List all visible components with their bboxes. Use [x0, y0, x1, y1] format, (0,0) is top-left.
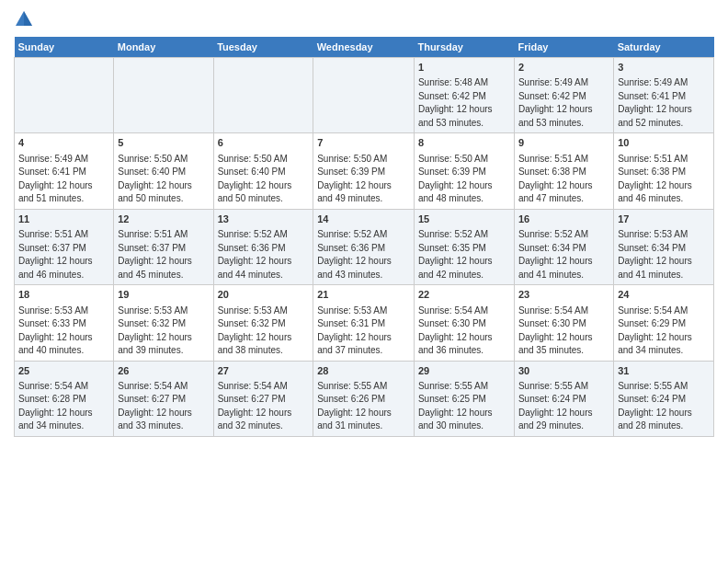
day-content: Sunrise: 5:54 AM Sunset: 6:30 PM Dayligh…: [418, 304, 510, 358]
day-content: Sunrise: 5:54 AM Sunset: 6:27 PM Dayligh…: [218, 380, 310, 433]
week-row-2: 4Sunrise: 5:49 AM Sunset: 6:41 PM Daylig…: [15, 133, 714, 209]
day-number: 7: [317, 136, 410, 150]
day-content: Sunrise: 5:51 AM Sunset: 6:37 PM Dayligh…: [118, 228, 209, 282]
calendar-cell: 26Sunrise: 5:54 AM Sunset: 6:27 PM Dayli…: [114, 361, 213, 436]
day-number: 1: [418, 61, 510, 75]
day-number: 13: [218, 213, 310, 226]
day-content: Sunrise: 5:54 AM Sunset: 6:29 PM Dayligh…: [618, 304, 710, 358]
day-number: 19: [118, 288, 209, 302]
calendar-cell: 29Sunrise: 5:55 AM Sunset: 6:25 PM Dayli…: [414, 361, 514, 436]
calendar-cell: 12Sunrise: 5:51 AM Sunset: 6:37 PM Dayli…: [114, 209, 213, 284]
day-content: Sunrise: 5:49 AM Sunset: 6:41 PM Dayligh…: [18, 153, 109, 206]
header-row: SundayMondayTuesdayWednesdayThursdayFrid…: [15, 37, 714, 58]
col-header-sunday: Sunday: [15, 37, 114, 58]
day-number: 25: [18, 364, 109, 378]
week-row-5: 25Sunrise: 5:54 AM Sunset: 6:28 PM Dayli…: [15, 361, 714, 436]
day-number: 29: [418, 364, 510, 378]
logo: [14, 9, 38, 29]
day-content: Sunrise: 5:53 AM Sunset: 6:32 PM Dayligh…: [118, 304, 209, 358]
calendar-cell: [213, 58, 313, 133]
day-content: Sunrise: 5:48 AM Sunset: 6:42 PM Dayligh…: [418, 76, 510, 130]
day-content: Sunrise: 5:54 AM Sunset: 6:28 PM Dayligh…: [18, 380, 109, 433]
day-number: 15: [418, 213, 510, 226]
day-number: 27: [218, 364, 310, 378]
header: [14, 9, 714, 29]
day-content: Sunrise: 5:55 AM Sunset: 6:26 PM Dayligh…: [317, 380, 410, 433]
day-content: Sunrise: 5:52 AM Sunset: 6:36 PM Dayligh…: [317, 228, 410, 282]
day-number: 20: [218, 288, 310, 302]
calendar-cell: 22Sunrise: 5:54 AM Sunset: 6:30 PM Dayli…: [414, 285, 514, 361]
day-content: Sunrise: 5:55 AM Sunset: 6:24 PM Dayligh…: [518, 380, 609, 433]
week-row-4: 18Sunrise: 5:53 AM Sunset: 6:33 PM Dayli…: [15, 285, 714, 361]
page-container: SundayMondayTuesdayWednesdayThursdayFrid…: [0, 0, 728, 446]
day-number: 23: [518, 288, 609, 302]
day-number: 5: [118, 136, 209, 150]
day-content: Sunrise: 5:52 AM Sunset: 6:36 PM Dayligh…: [218, 228, 310, 282]
day-number: 11: [18, 213, 109, 226]
col-header-saturday: Saturday: [614, 37, 714, 58]
calendar-cell: 17Sunrise: 5:53 AM Sunset: 6:34 PM Dayli…: [614, 209, 714, 284]
col-header-thursday: Thursday: [414, 37, 514, 58]
day-number: 12: [118, 213, 209, 226]
svg-marker-1: [24, 11, 32, 26]
calendar-cell: [114, 58, 213, 133]
day-number: 31: [618, 364, 710, 378]
day-content: Sunrise: 5:54 AM Sunset: 6:27 PM Dayligh…: [118, 380, 209, 433]
calendar-cell: 13Sunrise: 5:52 AM Sunset: 6:36 PM Dayli…: [213, 209, 313, 284]
calendar-cell: 20Sunrise: 5:53 AM Sunset: 6:32 PM Dayli…: [213, 285, 313, 361]
day-number: 21: [317, 288, 410, 302]
day-number: 9: [518, 136, 609, 150]
calendar-cell: 8Sunrise: 5:50 AM Sunset: 6:39 PM Daylig…: [414, 133, 514, 209]
day-number: 17: [618, 213, 710, 226]
calendar-cell: 21Sunrise: 5:53 AM Sunset: 6:31 PM Dayli…: [313, 285, 415, 361]
calendar-cell: 28Sunrise: 5:55 AM Sunset: 6:26 PM Dayli…: [313, 361, 415, 436]
day-content: Sunrise: 5:53 AM Sunset: 6:31 PM Dayligh…: [317, 304, 410, 358]
calendar-cell: 5Sunrise: 5:50 AM Sunset: 6:40 PM Daylig…: [114, 133, 213, 209]
day-content: Sunrise: 5:51 AM Sunset: 6:37 PM Dayligh…: [18, 228, 109, 282]
day-number: 28: [317, 364, 410, 378]
week-row-3: 11Sunrise: 5:51 AM Sunset: 6:37 PM Dayli…: [15, 209, 714, 284]
day-content: Sunrise: 5:50 AM Sunset: 6:40 PM Dayligh…: [118, 153, 209, 206]
day-number: 24: [618, 288, 710, 302]
calendar-cell: 14Sunrise: 5:52 AM Sunset: 6:36 PM Dayli…: [313, 209, 415, 284]
calendar-cell: 27Sunrise: 5:54 AM Sunset: 6:27 PM Dayli…: [213, 361, 313, 436]
day-content: Sunrise: 5:55 AM Sunset: 6:24 PM Dayligh…: [618, 380, 710, 433]
day-number: 4: [18, 136, 109, 150]
col-header-friday: Friday: [514, 37, 613, 58]
calendar-cell: 18Sunrise: 5:53 AM Sunset: 6:33 PM Dayli…: [15, 285, 114, 361]
calendar-cell: 7Sunrise: 5:50 AM Sunset: 6:39 PM Daylig…: [313, 133, 415, 209]
week-row-1: 1Sunrise: 5:48 AM Sunset: 6:42 PM Daylig…: [15, 58, 714, 133]
day-content: Sunrise: 5:52 AM Sunset: 6:34 PM Dayligh…: [518, 228, 609, 282]
calendar-cell: 15Sunrise: 5:52 AM Sunset: 6:35 PM Dayli…: [414, 209, 514, 284]
day-content: Sunrise: 5:54 AM Sunset: 6:30 PM Dayligh…: [518, 304, 609, 358]
calendar-cell: 11Sunrise: 5:51 AM Sunset: 6:37 PM Dayli…: [15, 209, 114, 284]
calendar-cell: 30Sunrise: 5:55 AM Sunset: 6:24 PM Dayli…: [514, 361, 613, 436]
calendar-cell: 31Sunrise: 5:55 AM Sunset: 6:24 PM Dayli…: [614, 361, 714, 436]
day-content: Sunrise: 5:52 AM Sunset: 6:35 PM Dayligh…: [418, 228, 510, 282]
day-content: Sunrise: 5:53 AM Sunset: 6:33 PM Dayligh…: [18, 304, 109, 358]
calendar-cell: 9Sunrise: 5:51 AM Sunset: 6:38 PM Daylig…: [514, 133, 613, 209]
col-header-tuesday: Tuesday: [213, 37, 313, 58]
day-content: Sunrise: 5:49 AM Sunset: 6:41 PM Dayligh…: [618, 76, 710, 130]
day-number: 30: [518, 364, 609, 378]
day-content: Sunrise: 5:50 AM Sunset: 6:39 PM Dayligh…: [418, 153, 510, 206]
calendar-cell: 24Sunrise: 5:54 AM Sunset: 6:29 PM Dayli…: [614, 285, 714, 361]
day-content: Sunrise: 5:51 AM Sunset: 6:38 PM Dayligh…: [618, 153, 710, 206]
day-content: Sunrise: 5:53 AM Sunset: 6:34 PM Dayligh…: [618, 228, 710, 282]
calendar-table: SundayMondayTuesdayWednesdayThursdayFrid…: [14, 37, 714, 437]
day-number: 16: [518, 213, 609, 226]
logo-icon: [14, 9, 34, 29]
day-number: 14: [317, 213, 410, 226]
day-content: Sunrise: 5:51 AM Sunset: 6:38 PM Dayligh…: [518, 153, 609, 206]
calendar-cell: [15, 58, 114, 133]
day-number: 22: [418, 288, 510, 302]
calendar-cell: 6Sunrise: 5:50 AM Sunset: 6:40 PM Daylig…: [213, 133, 313, 209]
day-number: 26: [118, 364, 209, 378]
calendar-cell: 23Sunrise: 5:54 AM Sunset: 6:30 PM Dayli…: [514, 285, 613, 361]
calendar-cell: 16Sunrise: 5:52 AM Sunset: 6:34 PM Dayli…: [514, 209, 613, 284]
calendar-cell: 3Sunrise: 5:49 AM Sunset: 6:41 PM Daylig…: [614, 58, 714, 133]
day-content: Sunrise: 5:55 AM Sunset: 6:25 PM Dayligh…: [418, 380, 510, 433]
col-header-monday: Monday: [114, 37, 213, 58]
day-number: 10: [618, 136, 710, 150]
calendar-cell: [313, 58, 415, 133]
